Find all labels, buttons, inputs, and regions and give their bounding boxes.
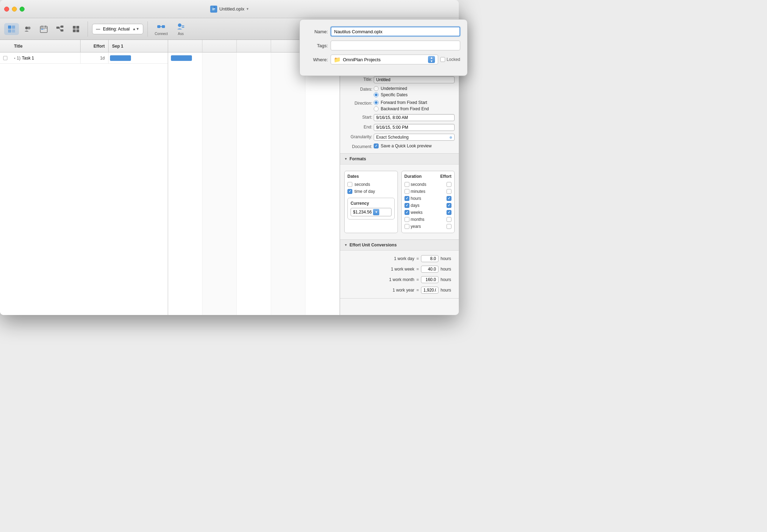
- effort-conversions-header[interactable]: ▼ Effort Unit Conversions: [340, 240, 459, 251]
- currency-dropdown-btn[interactable]: ▼: [373, 209, 379, 215]
- eff-days-checkbox[interactable]: ✓: [447, 203, 451, 208]
- dates-radio-specific[interactable]: Specific Dates: [374, 92, 455, 97]
- formats-duration-effort-col: Duration Effort seconds mi: [401, 171, 455, 233]
- view-calendar-button[interactable]: [36, 23, 51, 35]
- formats-header[interactable]: ▼ Formats: [340, 154, 459, 164]
- document-checkbox-item[interactable]: ✓ Save a Quick Look preview: [374, 144, 455, 148]
- connect-icon: [157, 22, 166, 31]
- direction-forward-radio[interactable]: [374, 100, 379, 105]
- eff-minutes-checkbox[interactable]: [447, 189, 451, 194]
- conversion-month-input[interactable]: [421, 276, 438, 283]
- conversion-week-input[interactable]: [421, 266, 438, 273]
- view-grid-button[interactable]: [4, 23, 19, 35]
- document-field-value: ✓ Save a Quick Look preview: [374, 144, 455, 148]
- conversion-row-week: 1 work week = hours: [344, 264, 455, 274]
- conversion-week-eq: =: [416, 267, 419, 272]
- maximize-button[interactable]: [20, 7, 25, 12]
- direction-field-row: Direction: Forward from Fixed Start: [340, 99, 459, 113]
- dur-seconds-checkbox[interactable]: [405, 182, 409, 187]
- svg-rect-5: [8, 26, 11, 29]
- dur-eff-row-days: ✓ days ✓: [405, 202, 452, 209]
- currency-select[interactable]: $1,234.56 ▼: [351, 208, 392, 216]
- direction-radio-forward[interactable]: Forward from Fixed Start: [374, 100, 455, 105]
- eff-hours-checkbox[interactable]: ✓: [447, 196, 451, 201]
- eff-months-checkbox[interactable]: [447, 217, 451, 222]
- grid-col-5: [305, 52, 340, 315]
- svg-rect-26: [157, 25, 160, 28]
- dur-months-checkbox[interactable]: [405, 217, 409, 222]
- direction-radio-backward[interactable]: Backward from Fixed End: [374, 106, 455, 111]
- granularity-field-row: Granularity: Exact Scheduling ⊕: [340, 132, 459, 142]
- dialog-where-area: 📁 OmniPlan Projects ▲▼ Locked: [331, 55, 459, 64]
- view-icon-button[interactable]: [69, 23, 83, 35]
- right-panel: Project Info ▼ Project Info Title:: [340, 40, 459, 315]
- task-checkbox[interactable]: [3, 56, 7, 60]
- document-text: Save a Quick Look preview: [381, 144, 431, 148]
- view-network-button[interactable]: [53, 23, 67, 35]
- task-effort: 1d: [100, 56, 105, 61]
- dates-timeofday-checkbox[interactable]: ✓: [347, 189, 352, 194]
- where-dropdown-btn[interactable]: ▲▼: [428, 56, 435, 63]
- end-field-row: End:: [340, 122, 459, 132]
- dialog-tags-row: Tags:: [307, 41, 459, 50]
- locked-checkbox[interactable]: [440, 57, 445, 62]
- conversion-year-label: 1 work year: [344, 288, 414, 293]
- document-checkbox[interactable]: ✓: [374, 144, 379, 148]
- conversion-year-input[interactable]: [421, 287, 438, 294]
- eff-days-checkmark: ✓: [448, 204, 450, 207]
- gantt-col-effort: Effort: [81, 40, 109, 52]
- file-icon: [210, 6, 217, 13]
- granularity-select[interactable]: Exact Scheduling ⊕: [374, 134, 455, 141]
- title-input[interactable]: [374, 76, 455, 83]
- view-resource-button[interactable]: [20, 23, 35, 35]
- dates-radio-undetermined[interactable]: Undetermined: [374, 86, 455, 91]
- dialog-tags-input[interactable]: [331, 41, 459, 50]
- dates-undetermined-radio[interactable]: [374, 86, 379, 91]
- gantt-col-title: Title: [11, 40, 81, 52]
- conversion-month-label: 1 work month: [344, 277, 414, 282]
- effort-header: Effort: [440, 174, 451, 179]
- ass-icon: [176, 22, 185, 31]
- dur-weeks-checkbox[interactable]: ✓: [405, 210, 409, 215]
- end-field-value: [374, 124, 455, 131]
- dur-minutes-checkbox[interactable]: [405, 189, 409, 194]
- effort-conversions-triangle: ▼: [344, 243, 347, 247]
- dur-days-checkbox[interactable]: ✓: [405, 203, 409, 208]
- conversion-week-unit: hours: [441, 267, 455, 272]
- eff-years-checkbox[interactable]: [447, 224, 451, 229]
- dur-hours-label: hours: [411, 196, 445, 201]
- dialog-name-input[interactable]: [331, 27, 459, 36]
- grid-col-1: [168, 52, 202, 315]
- title-dropdown-icon[interactable]: ▾: [247, 7, 249, 11]
- dur-minutes-label: minutes: [411, 189, 445, 194]
- end-input[interactable]: [374, 124, 455, 131]
- minimize-button[interactable]: [12, 7, 17, 12]
- direction-backward-radio[interactable]: [374, 106, 379, 111]
- conversion-day-input[interactable]: [421, 255, 438, 262]
- conversion-row-year: 1 work year = hours: [344, 285, 455, 295]
- where-select[interactable]: 📁 OmniPlan Projects ▲▼: [331, 55, 438, 64]
- conversion-row-month: 1 work month = hours: [344, 274, 455, 285]
- dur-hours-checkbox[interactable]: ✓: [405, 196, 409, 201]
- document-field-row: Document: ✓ Save a Quick Look preview: [340, 142, 459, 150]
- granularity-select-row: Exact Scheduling ⊕: [374, 134, 455, 141]
- task-bar-cell: [109, 52, 168, 63]
- gantt-task-row[interactable]: • 1) Task 1 1d: [0, 52, 168, 64]
- dates-seconds-checkbox[interactable]: [347, 182, 352, 187]
- eff-weeks-checkbox[interactable]: ✓: [447, 210, 451, 215]
- editing-dropdown[interactable]: — Editing: Actual ▲▼: [92, 24, 143, 34]
- svg-line-20: [59, 27, 61, 28]
- dates-specific-radio[interactable]: [374, 92, 379, 97]
- close-button[interactable]: [4, 7, 9, 12]
- ass-button[interactable]: Ass: [173, 21, 188, 37]
- task-checkbox-col: [0, 56, 11, 60]
- where-value: OmniPlan Projects: [343, 57, 381, 62]
- toolbar-sep-1: [88, 21, 88, 37]
- currency-header: Currency: [351, 201, 392, 206]
- start-input[interactable]: [374, 114, 455, 121]
- connect-button[interactable]: Connect: [152, 21, 171, 37]
- grid-col-3: [237, 52, 271, 315]
- dur-years-checkbox[interactable]: [405, 224, 409, 229]
- formats-triangle: ▼: [344, 157, 347, 161]
- eff-seconds-checkbox[interactable]: [447, 182, 451, 187]
